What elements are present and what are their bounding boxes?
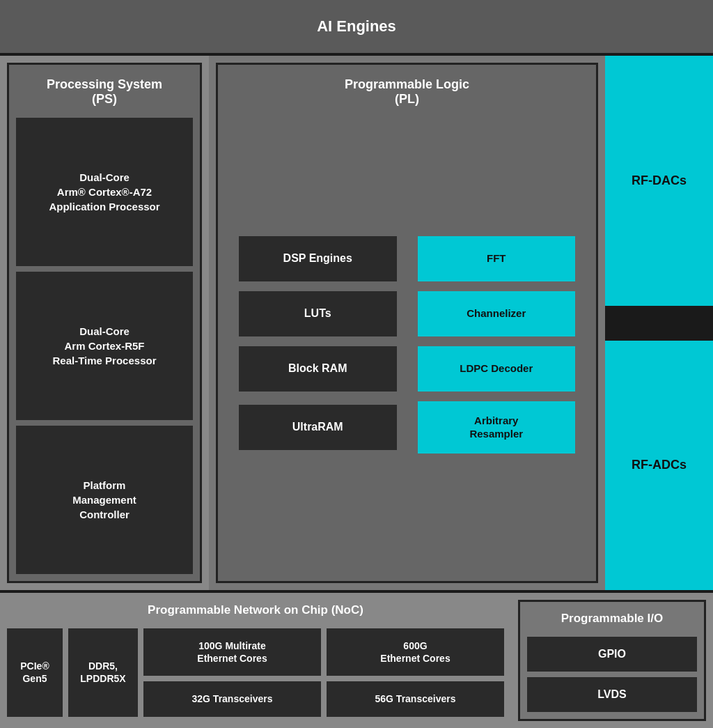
pio-section: Programmable I/O GPIO LVDS <box>511 593 713 728</box>
noc-title: Programmable Network on Chip (NoC) <box>7 600 504 623</box>
ps-block-r5f: Dual-CoreArm Cortex-R5FReal-Time Process… <box>16 272 193 420</box>
pl-grid: DSP Engines FFT LUTs Channelizer Block R… <box>225 115 589 574</box>
noc-ddr: DDR5,LPDDR5X <box>68 628 138 717</box>
pl-inner: Programmable Logic(PL) DSP Engines FFT L… <box>216 63 598 583</box>
ps-section: Processing System(PS) Dual-CoreArm® Cort… <box>0 56 209 590</box>
rf-dac: RF-DACs <box>605 56 713 306</box>
pio-lvds: LVDS <box>527 677 697 712</box>
noc-section: Programmable Network on Chip (NoC) PCIe®… <box>0 593 511 728</box>
noc-right-items: 100G MultirateEthernet Cores 600GEtherne… <box>143 628 504 717</box>
pl-block-luts: LUTs <box>239 291 397 336</box>
rf-dac-label: RF-DACs <box>632 173 687 188</box>
noc-56g: 56G Transceivers <box>327 681 504 716</box>
pl-block-ldpc: LDPC Decoder <box>418 346 576 392</box>
main-wrapper: AI Engines Processing System(PS) Dual-Co… <box>0 0 713 728</box>
pl-block-channelizer: Channelizer <box>418 291 576 336</box>
noc-left-items: PCIe®Gen5 DDR5,LPDDR5X <box>7 628 138 717</box>
pl-row-luts: LUTs Channelizer <box>239 291 575 336</box>
noc-right-row-2: 32G Transceivers 56G Transceivers <box>143 681 504 716</box>
pl-block-resampler: ArbitraryResampler <box>418 401 576 454</box>
pl-block-ultraram: UltraRAM <box>239 405 397 450</box>
ps-block-a72: Dual-CoreArm® Cortex®-A72Application Pro… <box>16 118 193 266</box>
ai-engines-bar: AI Engines <box>0 0 713 56</box>
bottom-section: Programmable Network on Chip (NoC) PCIe®… <box>0 593 713 728</box>
ps-block-pmc: PlatformManagementController <box>16 426 193 574</box>
ps-title: Processing System(PS) <box>16 72 193 112</box>
noc-grid: PCIe®Gen5 DDR5,LPDDR5X 100G MultirateEth… <box>7 628 504 717</box>
noc-pcie: PCIe®Gen5 <box>7 628 63 717</box>
pl-title: Programmable Logic(PL) <box>225 72 589 115</box>
pl-block-fft: FFT <box>418 236 576 281</box>
rf-adc-label: RF-ADCs <box>632 458 687 472</box>
noc-32g: 32G Transceivers <box>143 681 321 716</box>
rf-divider <box>605 306 713 341</box>
pl-block-block-ram: Block RAM <box>239 346 397 392</box>
pl-section: Programmable Logic(PL) DSP Engines FFT L… <box>209 56 605 590</box>
pl-block-dsp-engines: DSP Engines <box>239 236 397 281</box>
noc-600g: 600GEthernet Cores <box>327 628 504 676</box>
ps-inner: Processing System(PS) Dual-CoreArm® Cort… <box>7 63 202 583</box>
pio-inner: Programmable I/O GPIO LVDS <box>518 600 706 721</box>
pl-row-ultraram: UltraRAM ArbitraryResampler <box>239 401 575 454</box>
middle-section: Processing System(PS) Dual-CoreArm® Cort… <box>0 56 713 593</box>
pio-title: Programmable I/O <box>527 609 697 631</box>
pl-row-dsp: DSP Engines FFT <box>239 236 575 281</box>
rf-section: RF-DACs RF-ADCs <box>605 56 713 590</box>
noc-right-row-1: 100G MultirateEthernet Cores 600GEtherne… <box>143 628 504 676</box>
pl-row-bram: Block RAM LDPC Decoder <box>239 346 575 392</box>
pio-gpio: GPIO <box>527 637 697 672</box>
rf-adc: RF-ADCs <box>605 341 713 591</box>
noc-100g: 100G MultirateEthernet Cores <box>143 628 321 676</box>
ai-engines-label: AI Engines <box>317 17 396 36</box>
